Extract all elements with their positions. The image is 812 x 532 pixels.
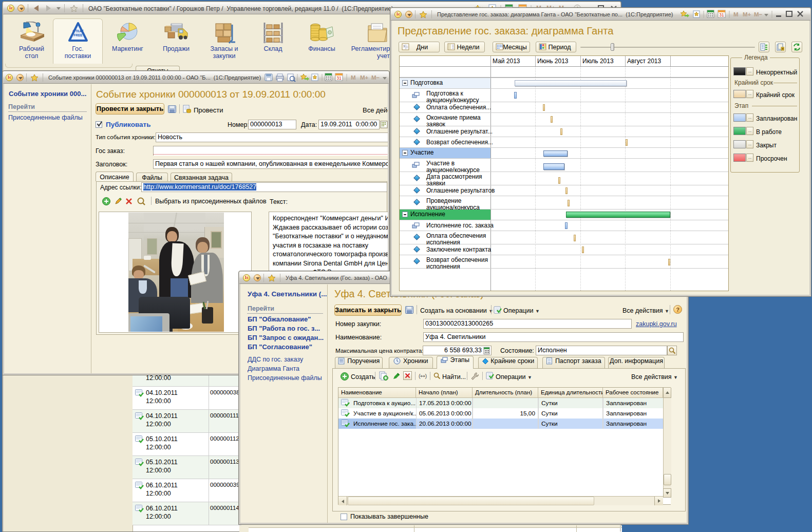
svg-text:M+: M+: [360, 74, 369, 81]
svg-text:(: (: [419, 373, 421, 379]
svg-text:M−: M−: [371, 74, 380, 81]
svg-text:M: M: [733, 11, 739, 17]
svg-text:31: 31: [719, 12, 724, 17]
svg-text:31: 31: [336, 75, 342, 81]
svg-text:FREE: FREE: [73, 33, 83, 37]
svg-text:M−: M−: [754, 11, 763, 17]
svg-text:ОТКАТ: ОТКАТ: [72, 29, 83, 33]
svg-text:M+: M+: [743, 11, 751, 17]
svg-text:): ): [425, 373, 427, 379]
svg-text:M: M: [351, 74, 356, 81]
